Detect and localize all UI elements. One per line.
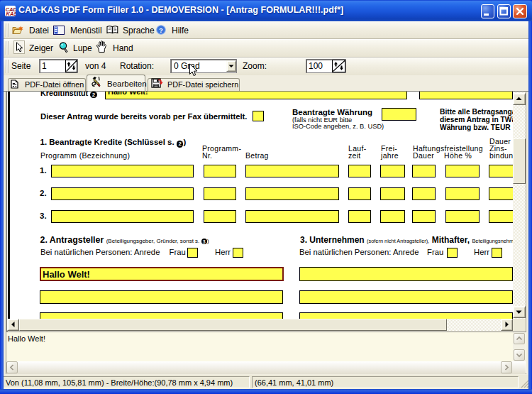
svg-text:?: ? <box>159 26 163 34</box>
svg-text:KAS: KAS <box>6 11 16 17</box>
